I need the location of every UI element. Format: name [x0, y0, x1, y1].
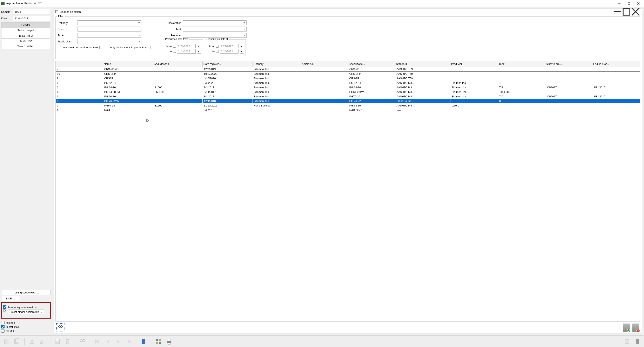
next-icon[interactable]	[114, 337, 123, 346]
table-row[interactable]: 3PG 70-103/1/2017Bitumen, Inc.PG70-10AAS…	[56, 94, 640, 99]
cell-n: 7	[56, 67, 103, 72]
col-header[interactable]: Standard	[395, 61, 450, 67]
in-statistics-checkbox[interactable]	[1, 325, 4, 329]
svg-rect-31	[625, 339, 629, 344]
new-copy-icon[interactable]	[12, 337, 22, 346]
prod-til-from-date[interactable]: 2/24/2022	[220, 44, 238, 48]
table-row[interactable]: 10CRS-2PP10/27/2020Bitumen, Inc.CRS-2PPA…	[56, 72, 640, 76]
for-md-checkbox[interactable]	[1, 329, 4, 333]
table-row[interactable]: 9PG 52-349/9/2020Bitumen, Inc.PG 52-34AA…	[56, 81, 640, 85]
close-button[interactable]	[634, 0, 643, 6]
type-combo[interactable]	[78, 33, 142, 38]
layout-icon[interactable]	[154, 337, 163, 346]
filter-panel: Filter Refinery Spec. Type Traffic class…	[56, 16, 640, 59]
prod-til-from-check[interactable]	[216, 45, 219, 47]
declaration-combo[interactable]	[183, 20, 246, 25]
producer-combo[interactable]	[183, 33, 246, 38]
col-header[interactable]: End 'in prod...	[592, 61, 640, 67]
refinery-combo[interactable]	[78, 20, 142, 25]
col-header[interactable]: Start 'in pro...	[545, 61, 592, 67]
prod-til-to-check[interactable]	[216, 50, 219, 53]
cell-art	[301, 108, 348, 112]
date-value[interactable]: 12/04/2018	[13, 16, 50, 21]
cell-add	[153, 108, 202, 112]
tank-combo[interactable]	[183, 26, 246, 31]
device-icon[interactable]	[633, 337, 642, 346]
select-binder-button[interactable]: Select binder declaration ...	[8, 310, 44, 314]
svg-point-18	[80, 339, 83, 342]
col-header[interactable]: Name	[103, 61, 153, 67]
col-header[interactable]: Specificatio...	[348, 61, 395, 67]
tab-header[interactable]: Header	[2, 22, 50, 28]
minimize-button[interactable]	[615, 0, 624, 6]
in-prod-checkbox[interactable]	[148, 46, 150, 49]
sample-icon[interactable]	[28, 337, 36, 346]
last-icon[interactable]	[124, 337, 133, 346]
results-table[interactable]: NameAdd. descrip...Date register...Refin…	[56, 61, 640, 322]
cancel-selection-button[interactable]	[632, 324, 639, 332]
table-row[interactable]: 1PG64-16B150011/10/2016Velro BeniciaPG 6…	[56, 103, 640, 108]
col-header[interactable]: Add. descrip...	[153, 61, 202, 67]
refinery-label: Refinery	[58, 21, 76, 24]
table-row[interactable]: 7CRS-2P Ver...12/9/2019Bitumen, Inc.CRS-…	[56, 67, 640, 72]
dialog-maximize-button[interactable]	[622, 9, 631, 14]
cell-art	[301, 67, 348, 72]
app-icon	[1, 2, 4, 5]
export-icon[interactable]	[622, 337, 632, 346]
table-row[interactable]: 6R&D5/2/2019R&D OpenN/A	[56, 108, 640, 112]
col-header[interactable]: Producer	[450, 61, 498, 67]
first-icon[interactable]	[93, 337, 102, 346]
new-icon[interactable]	[2, 337, 11, 346]
table-row[interactable]: 8CRS2P4/16/2020Bitumen, Inc.CRS-2PAASHTO…	[56, 76, 640, 81]
cell-art	[301, 76, 348, 81]
dialog-minimize-button[interactable]	[613, 9, 622, 14]
table-row[interactable]: 2PG 64-16B15003/1/2017Bitumen, Inc.PG 64…	[56, 85, 640, 90]
tab-tests-unaged[interactable]: Tests Unaged	[2, 28, 50, 33]
ncr-button[interactable]: NCR ...	[1, 296, 20, 301]
search-button[interactable]	[56, 323, 65, 332]
cell-spec: PG 64-16	[348, 103, 395, 108]
latest-decl-checkbox[interactable]	[99, 46, 102, 49]
dialog-close-button[interactable]	[631, 9, 640, 14]
finished-checkbox[interactable]	[1, 321, 4, 324]
calendar-icon[interactable]: ▾	[197, 49, 201, 53]
prod-from-to-date[interactable]: 2/24/2022	[177, 49, 196, 53]
cell-name: CRS-2PP	[103, 72, 153, 76]
table-row[interactable]: 5PG 76-22NV12/4/2018Bitumen, Inc.PG 76-2…	[56, 99, 640, 103]
col-header[interactable]: Tank	[498, 61, 545, 67]
spec-combo[interactable]	[78, 26, 142, 31]
col-header[interactable]: Article no.	[301, 61, 348, 67]
temp-reeval-checkbox[interactable]	[3, 305, 6, 309]
col-header[interactable]: Date register...	[202, 61, 252, 67]
col-header[interactable]	[56, 61, 103, 67]
calendar-icon[interactable]: ▾	[197, 44, 201, 48]
traffic-combo[interactable]	[78, 39, 142, 44]
calendar-icon[interactable]: ▾	[240, 49, 244, 53]
tab-tests-pav[interactable]: Tests PAV	[2, 38, 50, 44]
sample-copy-icon[interactable]	[38, 337, 47, 346]
prod-from-to-check[interactable]	[173, 50, 176, 53]
accept-button[interactable]	[623, 324, 630, 332]
prev-icon[interactable]	[104, 337, 112, 346]
cell-ref: Bitumen, Inc.	[252, 94, 301, 99]
prod-from-from-check[interactable]	[173, 45, 176, 47]
tab-tests-2nd-pav[interactable]: Tests 2nd PAV	[2, 44, 50, 49]
book-icon[interactable]	[139, 337, 148, 346]
find-icon[interactable]	[78, 337, 87, 346]
cell-art	[301, 81, 348, 85]
prod-from-from-date[interactable]: 2/24/2022	[177, 44, 196, 48]
sample-value[interactable]: 19 / 1	[13, 9, 50, 14]
table-row[interactable]: 4PG 64-28PMPM15853/14/2017Bitumen, Inc.P…	[56, 90, 640, 94]
delete-icon[interactable]	[63, 337, 72, 346]
calendar-icon[interactable]: ▾	[240, 44, 244, 48]
col-header[interactable]: Refinery	[252, 61, 301, 67]
save-icon[interactable]	[53, 337, 62, 346]
cell-art	[301, 103, 348, 108]
testing-scope-button[interactable]: Testing scope FPC ...	[1, 290, 51, 295]
maximize-button[interactable]	[624, 0, 634, 6]
prod-til-to-date[interactable]: 2/24/2022	[220, 49, 238, 53]
reeval-highlight-box: Temporary re-evaluation Select binder de…	[1, 302, 51, 319]
print-icon[interactable]	[164, 337, 174, 346]
cell-spec: CRS-2P	[348, 67, 395, 72]
tab-tests-rtfo[interactable]: Tests RTFO	[2, 33, 50, 38]
